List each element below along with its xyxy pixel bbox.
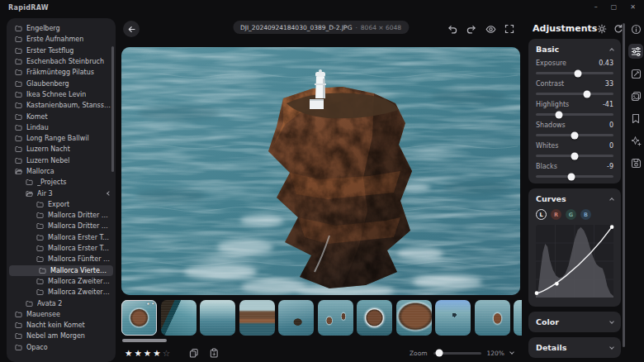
slider-track[interactable]: [536, 175, 613, 178]
star-filled-icon[interactable]: ★: [125, 348, 133, 358]
slider-track[interactable]: [536, 113, 613, 116]
sidebar-item[interactable]: Mallorca Dritter Ta…: [7, 221, 116, 231]
folder-label: Lindau: [26, 124, 49, 131]
slider-label: Highlights: [536, 101, 569, 108]
slider-track[interactable]: [536, 93, 613, 95]
slider-track[interactable]: [536, 155, 613, 157]
slider-track[interactable]: [536, 72, 613, 74]
filmstrip-thumbnail[interactable]: [239, 300, 275, 336]
filmstrip-scrollbar[interactable]: [122, 339, 167, 342]
slider-handle[interactable]: [574, 69, 581, 77]
sidebar-item[interactable]: Glaubenberg: [7, 78, 116, 88]
details-section-header[interactable]: Details: [536, 343, 613, 352]
star-filled-icon[interactable]: ★: [144, 348, 152, 358]
sidebar-item[interactable]: Mallorca: [7, 166, 116, 177]
zoom-dropdown-chevron-icon[interactable]: [509, 350, 514, 355]
filmstrip-thumbnail[interactable]: [161, 300, 197, 336]
main-photo-canvas[interactable]: [121, 47, 520, 295]
settings-gear-icon[interactable]: [597, 24, 607, 34]
back-button[interactable]: [123, 21, 140, 37]
filmstrip-thumbnail[interactable]: [200, 300, 235, 336]
slider-track[interactable]: [536, 134, 613, 136]
slider-label: Whites: [536, 142, 558, 150]
star-filled-icon[interactable]: ★: [153, 348, 161, 358]
crop-tab[interactable]: [628, 66, 643, 81]
filmstrip-thumbnail[interactable]: [278, 300, 314, 336]
image-filename: DJI_20240924184030_0389_D-2.JPG: [240, 24, 353, 31]
star-rating[interactable]: ★★★★☆: [125, 348, 171, 358]
sidebar-item[interactable]: Eschenbach Steinbruch: [7, 56, 116, 67]
filmstrip-thumbnail[interactable]: [435, 300, 471, 336]
channel-button-r[interactable]: R: [551, 209, 561, 220]
basic-section-header[interactable]: Basic: [536, 45, 613, 54]
sidebar-item[interactable]: Mallorca Zweiter T…: [7, 276, 116, 287]
filmstrip-thumbnail[interactable]: [318, 300, 353, 336]
panel-scrollbar[interactable]: [623, 23, 625, 347]
sidebar-item[interactable]: Luzern Nacht: [7, 144, 116, 155]
redo-button[interactable]: [466, 23, 477, 35]
sidebar-item[interactable]: Nebel am Morgen: [7, 331, 116, 341]
paste-settings-button[interactable]: [209, 348, 219, 358]
star-filled-icon[interactable]: ★: [134, 348, 142, 358]
filmstrip-thumbnail[interactable]: [396, 300, 432, 336]
sidebar-item[interactable]: Mallorca Erster Ta…: [7, 243, 116, 254]
fullscreen-button[interactable]: [504, 23, 515, 35]
sidebar-item[interactable]: Nacht kein Komet: [7, 320, 116, 331]
slider-handle[interactable]: [571, 131, 579, 139]
sidebar-item[interactable]: Fräkmüntegg Pilatus: [7, 67, 116, 78]
undo-button[interactable]: [447, 23, 458, 35]
filmstrip-thumbnail[interactable]: [475, 300, 510, 336]
star-empty-icon[interactable]: ☆: [163, 348, 171, 358]
presets-tab[interactable]: [628, 111, 643, 126]
sidebar-item[interactable]: Engelberg: [7, 23, 116, 34]
sidebar-item[interactable]: Komet: [7, 111, 116, 121]
tone-curve-graph[interactable]: [536, 225, 613, 298]
sidebar-item[interactable]: Luzern Nebel: [7, 155, 116, 166]
sidebar-item[interactable]: Ikea Schnee Levin: [7, 89, 116, 100]
sidebar-scrollbar[interactable]: [111, 46, 114, 172]
zoom-slider[interactable]: [433, 352, 481, 355]
channel-button-b[interactable]: B: [580, 209, 591, 220]
channel-button-l[interactable]: L: [536, 209, 547, 220]
filmstrip-thumbnail[interactable]: ★✦: [121, 300, 157, 336]
preview-original-button[interactable]: [485, 23, 496, 35]
slider-handle[interactable]: [584, 90, 591, 98]
sidebar-item[interactable]: Mallorca Vierter T…: [9, 265, 113, 276]
copy-settings-button[interactable]: [189, 348, 199, 358]
sidebar-item[interactable]: Opaco: [7, 342, 116, 353]
sidebar-item[interactable]: Avata 2: [7, 298, 116, 308]
sidebar-item[interactable]: _Projects: [7, 177, 116, 188]
sidebar-item[interactable]: Mallorca Zweiter T…: [7, 287, 116, 298]
color-section: Color: [528, 312, 621, 332]
filmstrip-thumbnail[interactable]: [514, 300, 522, 336]
curves-section-header[interactable]: Curves: [536, 194, 613, 203]
filmstrip-thumbnail[interactable]: [357, 300, 392, 336]
collapse-chevron-icon[interactable]: [107, 191, 111, 196]
slider-handle[interactable]: [568, 173, 575, 180]
masks-tab[interactable]: [628, 88, 643, 103]
sidebar-item[interactable]: Export: [7, 199, 116, 210]
sidebar-item[interactable]: Lindau: [7, 122, 116, 133]
ai-tab[interactable]: [628, 133, 643, 148]
sidebar-item[interactable]: Mauensee: [7, 309, 116, 320]
info-tab[interactable]: [628, 21, 643, 36]
zoom-slider-handle[interactable]: [435, 350, 443, 357]
adjustments-tab[interactable]: [628, 44, 643, 59]
maximize-button[interactable]: ▢: [611, 4, 618, 11]
close-button[interactable]: ✕: [630, 4, 636, 11]
export-tab[interactable]: [628, 155, 643, 170]
sidebar-item[interactable]: Long Range Ballwil: [7, 133, 116, 144]
channel-button-g[interactable]: G: [566, 209, 576, 220]
color-section-header[interactable]: Color: [536, 317, 613, 326]
sidebar-item[interactable]: Mallorca Fünfter T…: [7, 254, 116, 264]
slider-handle[interactable]: [556, 111, 563, 118]
sidebar-item[interactable]: Erste Aufnahmen: [7, 34, 116, 45]
minimize-button[interactable]: –: [594, 4, 598, 11]
sidebar-item[interactable]: Kastanienbaum, Stanssta…: [7, 100, 116, 111]
sidebar-item[interactable]: Air 3: [7, 188, 116, 198]
sidebar-item[interactable]: Mallorca Erster Ta…: [7, 232, 116, 243]
slider-value: 0.43: [599, 60, 613, 67]
sidebar-item[interactable]: Erster Testflug: [7, 45, 116, 56]
sidebar-item[interactable]: Mallorca Dritter Ta…: [7, 210, 116, 221]
slider-handle[interactable]: [571, 152, 579, 160]
